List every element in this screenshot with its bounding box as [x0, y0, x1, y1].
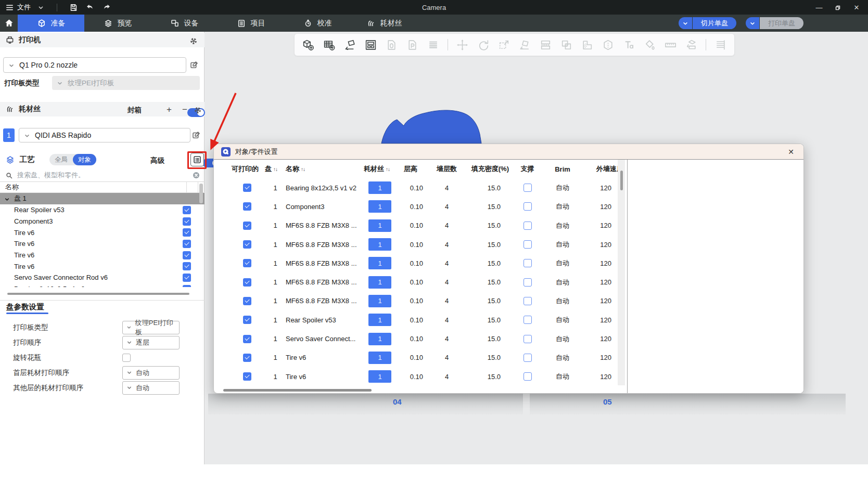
outer-wall-speed-cell[interactable]: 120 — [583, 335, 617, 343]
column-header-3[interactable]: 名称↑↓ — [286, 164, 364, 174]
wall-loops-cell[interactable]: 4 — [430, 335, 464, 343]
support-checkbox[interactable] — [524, 316, 532, 324]
infill-density-cell[interactable]: 15.0 — [464, 241, 513, 249]
printable-checkbox[interactable] — [243, 372, 251, 381]
object-visibility-checkbox[interactable] — [183, 206, 191, 214]
support-checkbox[interactable] — [524, 278, 532, 287]
printable-checkbox[interactable] — [243, 278, 251, 287]
object-settings-row[interactable]: 1 Tire v6 1 0.10 4 15.0 自动 120 — [214, 367, 618, 386]
support-checkbox[interactable] — [524, 354, 532, 362]
filament-slot-badge[interactable]: 1 — [3, 128, 15, 142]
infill-density-cell[interactable]: 15.0 — [464, 335, 513, 343]
object-settings-list-button[interactable] — [190, 153, 204, 166]
object-visibility-checkbox[interactable] — [183, 285, 191, 287]
object-list-item[interactable]: Tire v6 — [0, 227, 198, 238]
object-list-hscrollbar[interactable] — [7, 293, 189, 295]
document-p-button[interactable] — [406, 38, 419, 51]
filament-badge[interactable]: 1 — [368, 181, 391, 194]
printable-checkbox[interactable] — [243, 184, 251, 192]
collapse-chevron-icon[interactable] — [4, 195, 10, 203]
wall-loops-cell[interactable]: 4 — [430, 297, 464, 305]
brim-cell[interactable]: 自动 — [542, 278, 583, 287]
negative-part-button[interactable] — [581, 38, 594, 51]
dialog-close-icon[interactable]: ✕ — [786, 148, 796, 156]
brim-cell[interactable]: 自动 — [542, 315, 583, 324]
layer-height-cell[interactable]: 0.10 — [401, 222, 430, 229]
filament-badge[interactable]: 1 — [368, 219, 391, 232]
tab-prepare[interactable]: 准备 — [18, 15, 84, 32]
brim-cell[interactable]: 自动 — [542, 202, 583, 211]
plate-group-row[interactable]: 盘 1 — [0, 193, 205, 204]
plate-setting-checkbox[interactable] — [122, 354, 131, 362]
printable-checkbox[interactable] — [243, 316, 251, 324]
layer-height-cell[interactable]: 0.10 — [401, 203, 430, 211]
file-menu-button[interactable]: 文件 — [5, 3, 31, 12]
plate-setting-select[interactable]: 纹理PEI打印板 — [122, 321, 180, 334]
edit-printer-icon[interactable] — [189, 60, 199, 70]
object-visibility-checkbox[interactable] — [183, 274, 191, 282]
object-list-item[interactable]: Bearing 8x12x3,5 v1 v2 — [0, 283, 198, 287]
brim-cell[interactable]: 自动 — [542, 353, 583, 362]
brim-cell[interactable]: 自动 — [542, 240, 583, 249]
layer-height-cell[interactable]: 0.10 — [401, 316, 430, 324]
layer-height-cell[interactable]: 0.10 — [401, 297, 430, 305]
arrange-button[interactable] — [364, 38, 377, 51]
wall-loops-cell[interactable]: 4 — [430, 354, 464, 361]
object-list-item[interactable]: Tire v6 — [0, 238, 198, 250]
object-settings-row[interactable]: 1 Bearing 8x12x3,5 v1 v2 1 0.10 4 15.0 自… — [214, 178, 618, 197]
object-list-item[interactable]: Servo Saver Connector Rod v6 — [0, 272, 198, 283]
boolean-button[interactable] — [560, 38, 573, 51]
add-object-button[interactable] — [302, 38, 315, 51]
printable-checkbox[interactable] — [243, 240, 251, 249]
dialog-vscroll-thumb[interactable] — [620, 171, 623, 190]
infill-density-cell[interactable]: 15.0 — [464, 222, 513, 229]
wall-loops-cell[interactable]: 4 — [430, 316, 464, 324]
search-input[interactable]: 搜索盘、模型和零件。 — [5, 170, 200, 180]
seam-button[interactable] — [602, 38, 615, 51]
remove-filament-button[interactable]: − — [182, 105, 187, 115]
layer-height-cell[interactable]: 0.10 — [401, 354, 430, 361]
layer-height-cell[interactable]: 0.10 — [401, 241, 430, 249]
print-options-chevron[interactable] — [746, 17, 759, 29]
outer-wall-speed-cell[interactable]: 120 — [583, 241, 617, 249]
dialog-vscroll-track[interactable] — [618, 160, 625, 385]
support-checkbox[interactable] — [524, 184, 532, 192]
filament-settings-gear-icon[interactable] — [194, 105, 202, 114]
object-settings-row[interactable]: 1 MF6S 8.8 FZB M3X8 ... 1 0.10 4 15.0 自动… — [214, 235, 618, 254]
filament-badge[interactable]: 1 — [368, 295, 391, 307]
paint-button[interactable] — [643, 38, 656, 51]
object-settings-row[interactable]: 1 Rear Spoiler v53 1 0.10 4 15.0 自动 120 — [214, 310, 618, 329]
close-button[interactable]: ✕ — [849, 2, 864, 13]
printable-checkbox[interactable] — [243, 335, 251, 343]
object-visibility-checkbox[interactable] — [183, 228, 191, 237]
tab-device[interactable]: 设备 — [151, 15, 218, 32]
outer-wall-speed-cell[interactable]: 120 — [583, 203, 617, 211]
outer-wall-speed-cell[interactable]: 120 — [583, 278, 617, 286]
tab-preview[interactable]: 预览 — [84, 15, 151, 32]
plate-05-edge[interactable] — [530, 394, 846, 414]
scope-object-option[interactable]: 对象 — [73, 154, 96, 165]
plate-setting-select[interactable]: 逐层 — [122, 336, 180, 349]
plate-label-04[interactable]: 04 — [393, 397, 402, 406]
printable-checkbox[interactable] — [243, 202, 251, 211]
object-list-item[interactable]: Tire v6 — [0, 250, 198, 261]
layer-height-cell[interactable]: 0.10 — [401, 278, 430, 286]
clear-search-icon[interactable] — [192, 171, 200, 180]
model-preview-3d[interactable] — [312, 102, 489, 144]
layer-height-cell[interactable]: 0.10 — [401, 335, 430, 343]
infill-density-cell[interactable]: 15.0 — [464, 184, 513, 192]
layer-height-cell[interactable]: 0.10 — [401, 259, 430, 267]
brim-cell[interactable]: 自动 — [542, 296, 583, 306]
edit-filament-icon[interactable] — [192, 130, 201, 140]
plate-setting-select[interactable]: 自动 — [122, 366, 180, 380]
printer-select[interactable]: Q1 Pro 0.2 nozzle — [3, 57, 186, 73]
object-list-scrollbar[interactable] — [199, 184, 203, 203]
wall-loops-cell[interactable]: 4 — [430, 222, 464, 229]
printable-checkbox[interactable] — [243, 297, 251, 305]
outer-wall-speed-cell[interactable]: 120 — [583, 259, 617, 267]
column-header-2[interactable]: 盘↑↓ — [265, 164, 286, 174]
tab-calibration[interactable]: 校准 — [284, 15, 351, 32]
text-button[interactable] — [622, 38, 635, 51]
support-checkbox[interactable] — [524, 335, 532, 343]
lay-flat-button[interactable] — [518, 38, 531, 51]
